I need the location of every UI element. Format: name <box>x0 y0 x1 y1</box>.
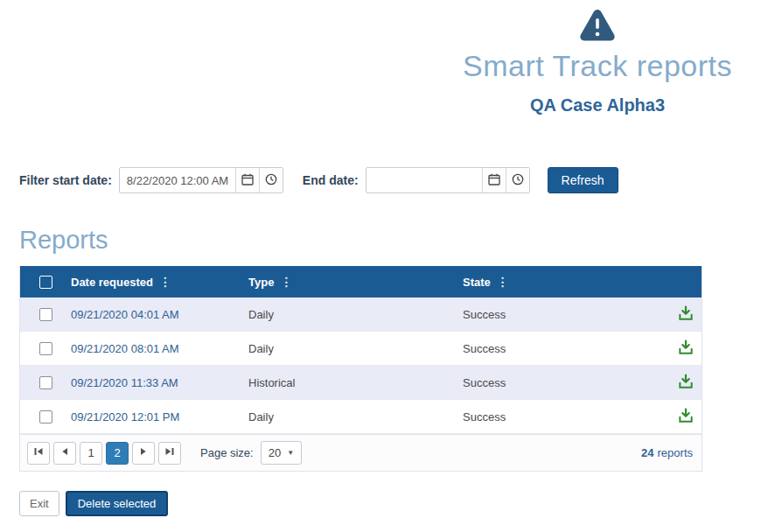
next-page-button[interactable] <box>132 442 155 465</box>
cell-type: Daily <box>248 342 463 355</box>
end-date-label: End date: <box>303 173 359 187</box>
page-size-label: Page size: <box>200 446 254 459</box>
calendar-icon <box>241 173 254 188</box>
delete-selected-button[interactable]: Delete selected <box>66 491 169 516</box>
download-icon <box>677 407 695 427</box>
pager: 1 2 Page size: 20 ▼ 24reports <box>20 434 702 471</box>
end-date-time-button[interactable] <box>506 168 529 192</box>
last-page-button[interactable] <box>158 442 181 465</box>
calendar-icon <box>488 173 500 188</box>
cell-date-requested: 09/21/2020 04:01 AM <box>71 308 248 321</box>
row-checkbox[interactable] <box>39 410 52 424</box>
select-all-checkbox[interactable] <box>39 276 52 289</box>
row-checkbox[interactable] <box>39 376 52 389</box>
row-checkbox[interactable] <box>39 342 52 355</box>
cell-state: Success <box>463 410 659 424</box>
prev-page-icon <box>59 446 70 459</box>
first-page-button[interactable] <box>27 442 50 465</box>
page-size-select[interactable]: 20 ▼ <box>261 441 302 465</box>
column-menu-icon[interactable]: ⋮ <box>159 276 171 288</box>
column-header-type[interactable]: Type ⋮ <box>248 276 463 289</box>
page-1-button[interactable]: 1 <box>80 442 102 465</box>
page-2-button[interactable]: 2 <box>106 442 129 465</box>
cell-type: Daily <box>248 308 463 321</box>
download-button[interactable] <box>677 407 695 427</box>
column-menu-icon[interactable]: ⋮ <box>280 276 291 288</box>
download-button[interactable] <box>677 304 695 325</box>
download-button[interactable] <box>677 339 695 359</box>
table-header-row: Date requested ⋮ Type ⋮ State ⋮ <box>20 266 702 298</box>
column-menu-icon[interactable]: ⋮ <box>497 276 508 288</box>
last-page-icon <box>164 446 175 459</box>
cell-state: Success <box>463 342 659 355</box>
end-date-input-group <box>366 167 530 193</box>
prev-page-button[interactable] <box>53 442 76 465</box>
table-row: 09/21/2020 04:01 AM Daily Success <box>20 298 702 332</box>
page-subtitle: QA Case Alpha3 <box>414 95 781 116</box>
download-button[interactable] <box>677 373 695 393</box>
filter-start-date-label: Filter start date: <box>19 173 112 187</box>
end-date-calendar-button[interactable] <box>482 168 506 192</box>
first-page-icon <box>33 446 44 459</box>
reports-table: Date requested ⋮ Type ⋮ State ⋮ 09/21/20… <box>19 266 702 472</box>
cell-state: Success <box>463 308 659 321</box>
table-row: 09/21/2020 11:33 AM Historical Success <box>20 366 702 400</box>
chevron-down-icon: ▼ <box>287 449 294 457</box>
download-icon <box>677 304 695 325</box>
filter-bar: Filter start date: End date: <box>19 166 782 194</box>
start-date-calendar-button[interactable] <box>235 168 259 192</box>
page: Smart Track reports QA Case Alpha3 Filte… <box>0 0 782 532</box>
cell-date-requested: 09/21/2020 12:01 PM <box>71 410 248 424</box>
page-title: Smart Track reports <box>414 49 781 83</box>
end-date-input[interactable] <box>367 168 482 192</box>
row-checkbox[interactable] <box>39 308 52 321</box>
start-date-time-button[interactable] <box>259 168 283 192</box>
exit-button[interactable]: Exit <box>19 491 59 516</box>
start-date-input[interactable] <box>120 168 235 192</box>
warning-icon <box>414 7 781 46</box>
reports-heading: Reports <box>19 226 782 255</box>
refresh-button[interactable]: Refresh <box>548 167 618 193</box>
cell-state: Success <box>463 376 659 389</box>
cell-date-requested: 09/21/2020 11:33 AM <box>71 376 248 389</box>
table-row: 09/21/2020 08:01 AM Daily Success <box>20 332 702 366</box>
clock-icon <box>512 173 524 188</box>
start-date-input-group <box>119 167 283 193</box>
cell-type: Daily <box>248 410 463 424</box>
download-icon <box>677 339 695 359</box>
pager-total: 24reports <box>641 446 693 459</box>
header-checkbox-cell <box>20 276 71 289</box>
table-row: 09/21/2020 12:01 PM Daily Success <box>20 400 702 434</box>
next-page-icon <box>138 446 149 459</box>
column-header-date-requested[interactable]: Date requested ⋮ <box>71 276 248 289</box>
cell-date-requested: 09/21/2020 08:01 AM <box>71 342 248 355</box>
clock-icon <box>265 173 277 188</box>
column-header-state[interactable]: State ⋮ <box>463 276 659 289</box>
bottom-actions: Exit Delete selected <box>19 491 782 516</box>
cell-type: Historical <box>248 376 463 389</box>
header: Smart Track reports QA Case Alpha3 <box>414 0 781 116</box>
download-icon <box>677 373 695 393</box>
